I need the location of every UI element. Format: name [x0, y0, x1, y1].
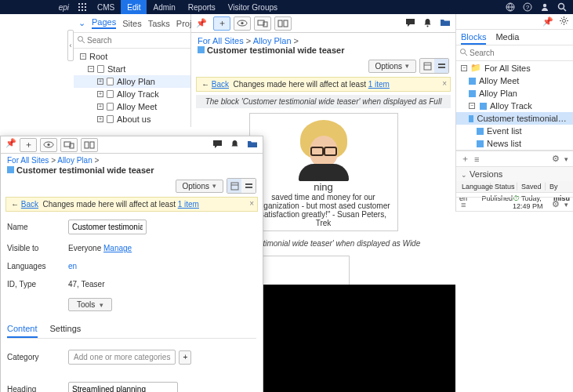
close-icon[interactable]: ×	[442, 79, 447, 88]
heading-input[interactable]	[68, 382, 178, 392]
chat-icon[interactable]	[405, 18, 415, 29]
tab-media[interactable]: Media	[495, 32, 519, 45]
tab-sites[interactable]: Sites	[122, 19, 141, 28]
dropdown-icon[interactable]: ▾	[564, 155, 568, 163]
folder-alloy-plan[interactable]: Alloy Plan	[456, 87, 573, 100]
dropdown-icon[interactable]: ▾	[564, 201, 568, 209]
add-button[interactable]: ＋	[20, 138, 37, 152]
tree-alloy-plan[interactable]: +Alloy Plan	[74, 75, 190, 88]
tree-alloy-meet[interactable]: +Alloy Meet	[74, 100, 190, 113]
preview-button[interactable]	[234, 16, 251, 31]
nav-edit[interactable]: Edit	[121, 0, 147, 14]
tree-label: Alloy Track	[117, 89, 159, 99]
pin-icon[interactable]: 📌	[196, 18, 207, 28]
pin-icon[interactable]: 📌	[542, 16, 553, 27]
add-block-button[interactable]: ＋	[461, 153, 470, 165]
name-label: Name	[7, 223, 68, 231]
folder-all-sites[interactable]: −📁For All Sites	[456, 61, 573, 74]
folder-alloy-meet[interactable]: Alloy Meet	[456, 74, 573, 87]
help-icon[interactable]: ?	[523, 2, 532, 12]
view-toggle	[419, 58, 449, 74]
tab-settings[interactable]: Settings	[50, 321, 82, 338]
bell-icon[interactable]	[230, 140, 239, 151]
close-icon[interactable]: ×	[249, 199, 254, 208]
pin-icon[interactable]: 📌	[5, 138, 16, 152]
tab-blocks[interactable]: Blocks	[461, 32, 486, 45]
nav-visitor-groups[interactable]: Visitor Groups	[222, 0, 284, 14]
block-customer-testimonial[interactable]: Customer testimonial wide teaser	[456, 112, 573, 125]
banner-back-link[interactable]: Back	[212, 80, 229, 89]
item-label: Event list	[487, 126, 522, 136]
tab-pages[interactable]: Pages	[92, 17, 116, 29]
user-icon[interactable]	[540, 2, 549, 12]
nav-cms[interactable]: CMS	[91, 0, 121, 14]
bell-icon[interactable]	[423, 18, 432, 29]
banner-text: Changes made here will affect at least	[234, 80, 366, 89]
options-button[interactable]: Options▾	[368, 60, 416, 73]
gear-icon[interactable]: ⚙	[552, 199, 560, 209]
left-panel-handle[interactable]: ‹	[67, 30, 74, 61]
globe-icon[interactable]	[506, 2, 515, 12]
banner-item-link[interactable]: 1 item	[178, 200, 199, 209]
svg-rect-45	[231, 183, 238, 190]
crumb-all-sites[interactable]: For All Sites	[7, 156, 49, 165]
devices-button[interactable]	[254, 16, 271, 31]
devices-button[interactable]	[60, 138, 78, 152]
svg-line-36	[561, 23, 562, 24]
block-news-list[interactable]: News list	[456, 137, 573, 150]
gear-icon[interactable]: ⚙	[552, 154, 560, 164]
folder-alloy-track[interactable]: −Alloy Track	[456, 100, 573, 112]
folder-icon[interactable]	[440, 18, 451, 29]
col-language[interactable]: Language	[459, 183, 491, 191]
folder-icon[interactable]	[247, 140, 258, 151]
col-status[interactable]: Status	[492, 183, 517, 191]
crumb-alloy-plan[interactable]: Alloy Plan	[57, 156, 92, 165]
col-by[interactable]: By	[547, 183, 560, 191]
svg-point-28	[563, 20, 566, 23]
banner-item-link[interactable]: 1 item	[368, 80, 390, 89]
svg-rect-27	[438, 67, 445, 68]
options-button[interactable]: Options▾	[176, 180, 223, 193]
preview-button[interactable]	[40, 138, 57, 152]
nav-reports[interactable]: Reports	[182, 0, 222, 14]
col-saved[interactable]: Saved	[519, 183, 546, 191]
nav-admin[interactable]: Admin	[147, 0, 181, 14]
assets-search-input[interactable]	[468, 47, 571, 59]
crumb-all-sites[interactable]: For All Sites	[198, 36, 244, 45]
block-event-list[interactable]: Event list	[456, 125, 573, 137]
tree-alloy-track[interactable]: +Alloy Track	[74, 88, 190, 100]
svg-rect-44	[90, 142, 94, 148]
add-button[interactable]: ＋	[213, 16, 230, 31]
search-icon[interactable]	[557, 2, 567, 12]
heading-label: Heading	[7, 385, 68, 392]
name-input[interactable]	[68, 220, 147, 234]
chat-icon[interactable]	[212, 140, 223, 151]
manage-link[interactable]: Manage	[103, 244, 132, 252]
add-category-button[interactable]: +	[179, 350, 191, 365]
compare-button[interactable]	[81, 138, 98, 152]
tab-content[interactable]: Content	[7, 321, 38, 338]
apps-icon[interactable]	[74, 3, 91, 11]
search-icon	[459, 48, 468, 58]
svg-line-33	[561, 18, 562, 19]
gear-icon[interactable]	[560, 16, 568, 27]
nav-search-input[interactable]	[85, 34, 188, 46]
list-view-icon[interactable]: ≡	[461, 200, 466, 209]
tree-root[interactable]: −Root	[74, 50, 190, 63]
view-onpage[interactable]	[241, 179, 256, 193]
view-onpage[interactable]	[434, 59, 448, 73]
tools-button[interactable]: Tools▾	[68, 298, 112, 311]
view-forms[interactable]	[420, 59, 434, 73]
list-view-icon[interactable]: ≡	[474, 154, 479, 164]
category-input[interactable]: Add one or more categories	[68, 350, 176, 365]
view-forms[interactable]	[227, 179, 241, 193]
chevron-down-icon[interactable]: ⌄	[78, 18, 85, 28]
page-icon	[107, 115, 114, 123]
tree-about[interactable]: +About us	[74, 113, 190, 125]
compare-button[interactable]	[274, 16, 292, 31]
tab-tasks[interactable]: Tasks	[148, 19, 170, 28]
banner-back-link[interactable]: Back	[21, 200, 38, 209]
crumb-alloy-plan[interactable]: Alloy Plan	[253, 36, 292, 45]
block-icon	[198, 46, 205, 53]
tree-start[interactable]: −Start	[74, 63, 190, 75]
